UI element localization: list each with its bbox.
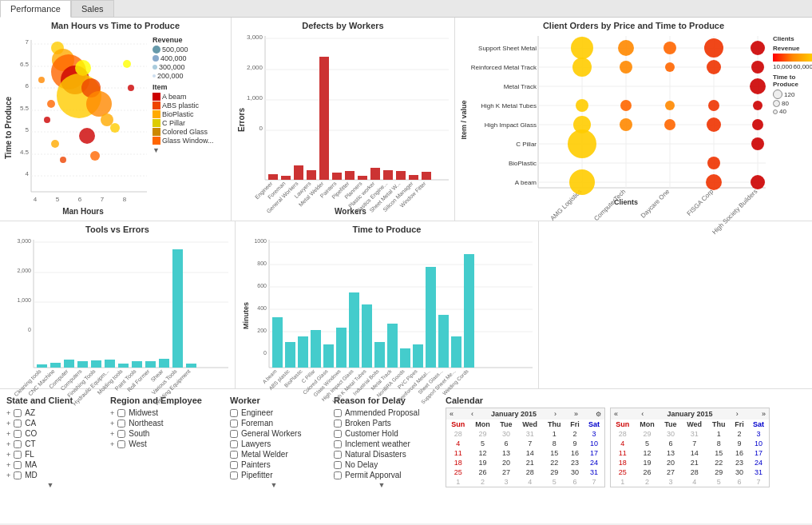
- checkbox-metal-welder[interactable]: [230, 451, 238, 459]
- svg-rect-197: [438, 315, 449, 368]
- checkbox-foreman[interactable]: [230, 420, 238, 428]
- checkbox-fl[interactable]: [14, 451, 22, 459]
- cal1-settings[interactable]: ⚙: [596, 411, 601, 418]
- expand-co[interactable]: +: [6, 430, 10, 438]
- svg-text:1,000: 1,000: [247, 94, 263, 101]
- checkbox-permit[interactable]: [334, 471, 342, 479]
- expand-fl[interactable]: +: [6, 451, 10, 459]
- svg-rect-55: [281, 176, 291, 180]
- cal1-prev-prev[interactable]: «: [450, 410, 454, 418]
- state-scroll-down[interactable]: ▼: [6, 481, 94, 489]
- checkbox-painters[interactable]: [230, 461, 238, 469]
- cal1-next[interactable]: ›: [554, 410, 557, 418]
- tab-sales[interactable]: Sales: [71, 0, 114, 17]
- svg-text:200: 200: [257, 328, 267, 333]
- svg-text:3,000: 3,000: [247, 34, 263, 41]
- checkbox-ca[interactable]: [14, 420, 22, 428]
- svg-rect-192: [374, 342, 385, 368]
- svg-text:6.5: 6.5: [20, 61, 30, 68]
- cal2-prev-prev[interactable]: «: [614, 410, 618, 418]
- checkbox-md[interactable]: [14, 471, 22, 479]
- revenue-label: Revenue: [773, 45, 812, 52]
- reason-scroll-down[interactable]: ▼: [334, 481, 430, 489]
- cal2-prev[interactable]: ‹: [641, 410, 644, 418]
- svg-text:6: 6: [78, 196, 82, 203]
- svg-point-113: [704, 38, 723, 58]
- filter-customer-hold: Customer Hold: [334, 429, 430, 438]
- revenue-legend-title: Revenue: [152, 36, 214, 44]
- svg-point-122: [620, 100, 632, 111]
- checkbox-ct[interactable]: [14, 440, 22, 448]
- svg-point-130: [752, 119, 763, 130]
- svg-text:A beam: A beam: [515, 179, 537, 186]
- filter-ca: + CA: [6, 419, 94, 428]
- svg-text:BioPlastic: BioPlastic: [509, 160, 537, 167]
- checkbox-west[interactable]: [117, 440, 125, 448]
- svg-point-125: [753, 101, 762, 110]
- tab-performance[interactable]: Performance: [0, 0, 71, 18]
- cal1-next-next[interactable]: »: [574, 410, 578, 418]
- calendars-container: « ‹ January 2015 › » ⚙ SunMonTueWedThuFr…: [446, 408, 806, 487]
- svg-rect-194: [400, 348, 410, 368]
- expand-az[interactable]: +: [6, 409, 10, 417]
- checkbox-inclement[interactable]: [334, 440, 342, 448]
- svg-rect-199: [464, 254, 474, 368]
- checkbox-pipefitter[interactable]: [230, 471, 238, 479]
- checkbox-engineer[interactable]: [230, 409, 238, 417]
- filter-midwest: + Midwest: [110, 408, 214, 417]
- svg-point-35: [47, 100, 55, 108]
- expand-midwest[interactable]: +: [110, 409, 114, 417]
- bubble-chart-panel: Man Hours vs Time to Produce Time to Pro…: [0, 18, 232, 221]
- svg-point-132: [751, 137, 764, 150]
- filter-lawyers: Lawyers: [230, 439, 318, 448]
- label-metal-welder: Metal Welder: [241, 450, 288, 459]
- expand-west[interactable]: +: [110, 440, 114, 448]
- expand-northeast[interactable]: +: [110, 420, 114, 428]
- svg-point-115: [572, 58, 592, 77]
- svg-point-121: [576, 99, 588, 112]
- svg-text:6: 6: [26, 82, 30, 89]
- svg-rect-154: [145, 361, 156, 368]
- expand-ca[interactable]: +: [6, 420, 10, 428]
- defects-chart-svg: Errors Workers 3,000 2,000 1,000 0: [235, 32, 450, 216]
- legend-scroll-down[interactable]: ▼: [152, 146, 214, 154]
- svg-rect-196: [426, 267, 436, 368]
- time-chart-panel: Time to Produce Minutes 1000 800 600 400…: [236, 221, 539, 388]
- checkbox-lawyers[interactable]: [230, 440, 238, 448]
- checkbox-ma[interactable]: [14, 461, 22, 469]
- svg-rect-62: [370, 168, 380, 180]
- label-engineer: Engineer: [241, 408, 273, 417]
- expand-ma[interactable]: +: [6, 461, 10, 469]
- svg-text:1000: 1000: [254, 238, 267, 244]
- checkbox-co[interactable]: [14, 430, 22, 438]
- expand-south[interactable]: +: [110, 430, 114, 438]
- cal2-next[interactable]: ›: [736, 410, 739, 418]
- checkbox-natural[interactable]: [334, 451, 342, 459]
- svg-rect-150: [91, 360, 101, 368]
- expand-ct[interactable]: +: [6, 440, 10, 448]
- checkbox-broken[interactable]: [334, 420, 342, 428]
- label-ca: CA: [25, 419, 36, 428]
- svg-rect-57: [307, 170, 316, 180]
- checkbox-northeast[interactable]: [117, 420, 125, 428]
- cal1-prev[interactable]: ‹: [471, 410, 473, 418]
- cal2-next-next[interactable]: »: [762, 410, 766, 418]
- svg-rect-190: [349, 292, 359, 368]
- checkbox-ammended[interactable]: [334, 409, 342, 417]
- svg-rect-193: [387, 324, 398, 368]
- checkbox-south[interactable]: [117, 430, 125, 438]
- svg-rect-60: [345, 171, 355, 180]
- checkbox-midwest[interactable]: [117, 409, 125, 417]
- svg-point-40: [123, 60, 131, 68]
- checkbox-no-delay[interactable]: [334, 461, 342, 469]
- svg-point-111: [618, 40, 634, 56]
- expand-md[interactable]: +: [6, 471, 10, 479]
- bubble-chart-title: Man Hours vs Time to Produce: [3, 21, 228, 30]
- svg-point-135: [706, 174, 722, 190]
- checkbox-az[interactable]: [14, 409, 22, 417]
- label-foreman: Foreman: [241, 419, 273, 428]
- checkbox-customer-hold[interactable]: [334, 430, 342, 438]
- worker-scroll-down[interactable]: ▼: [230, 481, 318, 489]
- checkbox-general-workers[interactable]: [230, 430, 238, 438]
- filter-inclement: Inclement weather: [334, 439, 430, 448]
